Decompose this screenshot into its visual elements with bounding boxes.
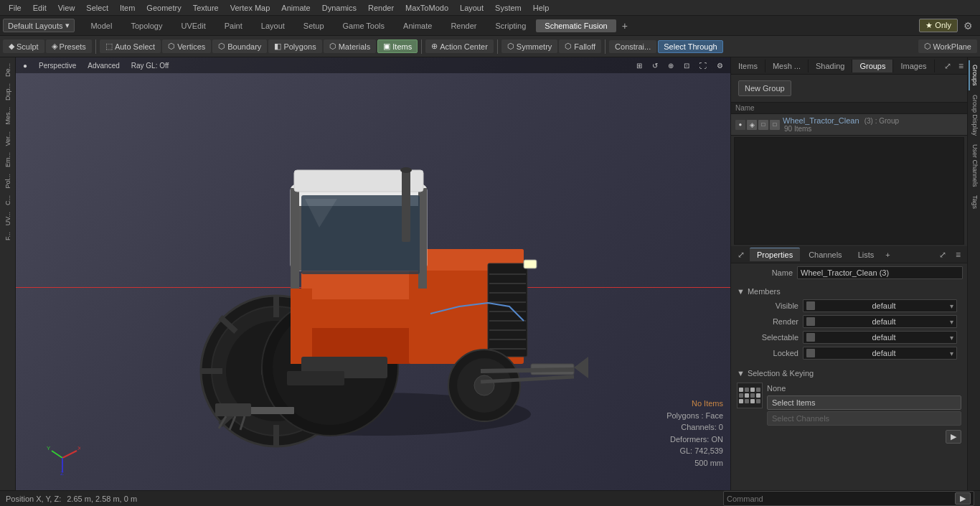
- star-only-button[interactable]: ★ Only: [919, 19, 958, 32]
- layout-dropdown[interactable]: Default Layouts ▾: [3, 19, 75, 32]
- render-select[interactable]: default ▾: [803, 315, 957, 328]
- tab-model[interactable]: Model: [82, 19, 121, 32]
- menu-render[interactable]: Render: [362, 2, 400, 14]
- workplane-button[interactable]: ⬡ WorkPlane: [918, 39, 977, 53]
- render-icon[interactable]: ◈: [747, 120, 757, 130]
- tab-topology[interactable]: Topology: [122, 19, 171, 32]
- vp-zoom-icon[interactable]: ⊕: [665, 61, 677, 70]
- select-items-button[interactable]: Select Items: [767, 395, 961, 410]
- left-tab-emi[interactable]: Em...: [3, 149, 13, 170]
- rp-expand-icon[interactable]: ⤢: [941, 60, 955, 72]
- menu-file[interactable]: File: [3, 2, 27, 14]
- name-input[interactable]: [797, 266, 963, 279]
- menu-system[interactable]: System: [489, 2, 527, 14]
- tab-scripting[interactable]: Scripting: [487, 19, 535, 32]
- vp-raygl[interactable]: Ray GL: Off: [128, 61, 172, 70]
- viewport[interactable]: ● Perspective Advanced Ray GL: Off ⊞ ↺ ⊕…: [16, 57, 730, 490]
- auto-select-button[interactable]: ⬚ Auto Select: [100, 39, 161, 53]
- prop-more-icon[interactable]: ≡: [952, 248, 964, 261]
- vp-frame-icon[interactable]: ⊡: [681, 61, 692, 70]
- tab-layout[interactable]: Layout: [253, 19, 293, 32]
- select-channels-button[interactable]: Select Channels: [767, 411, 961, 426]
- arrow-right-button[interactable]: ▶: [946, 430, 961, 444]
- left-tab-pol[interactable]: Pol...: [3, 171, 13, 192]
- select-through-button[interactable]: Select Through: [658, 40, 722, 53]
- sel-keying-title[interactable]: ▼ Selection & Keying: [737, 367, 961, 380]
- vertices-button[interactable]: ⬡ Vertices: [162, 39, 211, 53]
- list-item[interactable]: ● ◈ □ □ Wheel_Tractor_Clean (3) : Group …: [731, 114, 967, 136]
- rp-more-icon[interactable]: ≡: [955, 60, 967, 72]
- visible-select[interactable]: default ▾: [803, 299, 957, 312]
- vp-mode[interactable]: Perspective: [36, 61, 79, 70]
- prop-tab-channels[interactable]: Channels: [801, 248, 849, 261]
- lock-icon-1[interactable]: □: [758, 120, 768, 130]
- locked-select[interactable]: default ▾: [803, 347, 957, 360]
- menu-item[interactable]: Item: [114, 2, 141, 14]
- prop-tab-properties[interactable]: Properties: [750, 248, 800, 261]
- menu-animate[interactable]: Animate: [275, 2, 316, 14]
- far-right-tab-groups[interactable]: Groups: [969, 60, 980, 90]
- items-button[interactable]: ▣ Items: [377, 39, 418, 53]
- left-tab-c[interactable]: C...: [3, 192, 13, 208]
- prop-collapse-icon[interactable]: ⤢: [734, 248, 748, 261]
- tab-mesh[interactable]: Mesh ...: [765, 60, 809, 72]
- menu-vertex-map[interactable]: Vertex Map: [225, 2, 276, 14]
- menu-texture[interactable]: Texture: [187, 2, 225, 14]
- menu-select[interactable]: Select: [80, 2, 114, 14]
- far-right-tab-tags[interactable]: Tags: [969, 191, 980, 213]
- left-tab-mes[interactable]: Mes...: [3, 104, 13, 128]
- action-center-button[interactable]: ⊕ Action Center: [425, 39, 494, 53]
- tab-images[interactable]: Images: [893, 60, 934, 72]
- new-group-button[interactable]: New Group: [738, 80, 791, 96]
- constraints-button[interactable]: Constrai...: [609, 40, 656, 53]
- prop-tab-lists[interactable]: Lists: [851, 248, 882, 261]
- menu-view[interactable]: View: [52, 2, 81, 14]
- command-run-button[interactable]: ▶: [955, 492, 971, 505]
- eye-icon[interactable]: ●: [735, 120, 745, 130]
- symmetry-button[interactable]: ⬡ Symmetry: [501, 39, 558, 53]
- tab-items[interactable]: Items: [731, 60, 765, 72]
- left-tab-uv[interactable]: UV...: [3, 209, 13, 228]
- left-tab-f[interactable]: F...: [3, 229, 13, 243]
- left-tab-default[interactable]: De...: [3, 60, 13, 80]
- tab-setup[interactable]: Setup: [295, 19, 333, 32]
- presets-button[interactable]: ◈ Presets: [46, 39, 92, 53]
- boundary-button[interactable]: ⬡ Boundary: [212, 39, 267, 53]
- tab-schematic-fusion[interactable]: Schematic Fusion: [536, 19, 616, 32]
- lock-icon-2[interactable]: □: [770, 120, 780, 130]
- vp-toggle[interactable]: ●: [20, 61, 30, 70]
- menu-layout[interactable]: Layout: [454, 2, 489, 14]
- tab-uvedit[interactable]: UVEdit: [172, 19, 214, 32]
- layout-add-button[interactable]: +: [618, 20, 632, 32]
- materials-button[interactable]: ⬡ Materials: [324, 39, 377, 53]
- falloff-button[interactable]: ⬡ Falloff: [559, 39, 601, 53]
- sculpt-button[interactable]: ◆ Sculpt: [3, 39, 44, 53]
- selectable-select[interactable]: default ▾: [803, 331, 957, 344]
- tab-groups[interactable]: Groups: [852, 60, 893, 72]
- vp-cam-icon[interactable]: ⊞: [633, 61, 645, 70]
- menu-help[interactable]: Help: [527, 2, 555, 14]
- tab-game-tools[interactable]: Game Tools: [334, 19, 394, 32]
- vp-advanced[interactable]: Advanced: [85, 61, 122, 70]
- prop-tab-add-icon[interactable]: +: [882, 250, 892, 259]
- menu-edit[interactable]: Edit: [27, 2, 52, 14]
- menu-geometry[interactable]: Geometry: [141, 2, 187, 14]
- vp-fullscreen-icon[interactable]: ⛶: [697, 61, 710, 70]
- left-tab-ver[interactable]: Ver...: [3, 128, 13, 149]
- tab-animate[interactable]: Animate: [395, 19, 440, 32]
- settings-icon[interactable]: ⚙: [959, 19, 977, 33]
- prop-expand-icon[interactable]: ⤢: [936, 248, 950, 261]
- left-tab-dup[interactable]: Dup...: [3, 80, 13, 103]
- polygons-button[interactable]: ◧ Polygons: [268, 39, 321, 53]
- vp-rotate-icon[interactable]: ↺: [649, 61, 661, 70]
- command-input[interactable]: [768, 495, 952, 503]
- menu-maxtomodo[interactable]: MaxToModo: [400, 2, 454, 14]
- far-right-tab-user-channels[interactable]: User Channels: [969, 140, 980, 192]
- far-right-tab-group-display[interactable]: Group Display: [969, 90, 980, 140]
- tab-render[interactable]: Render: [442, 19, 485, 32]
- menu-dynamics[interactable]: Dynamics: [316, 2, 362, 14]
- tab-shading[interactable]: Shading: [809, 60, 852, 72]
- tab-paint[interactable]: Paint: [216, 19, 251, 32]
- vp-settings-icon[interactable]: ⚙: [714, 61, 726, 70]
- members-title[interactable]: ▼ Members: [737, 285, 961, 298]
